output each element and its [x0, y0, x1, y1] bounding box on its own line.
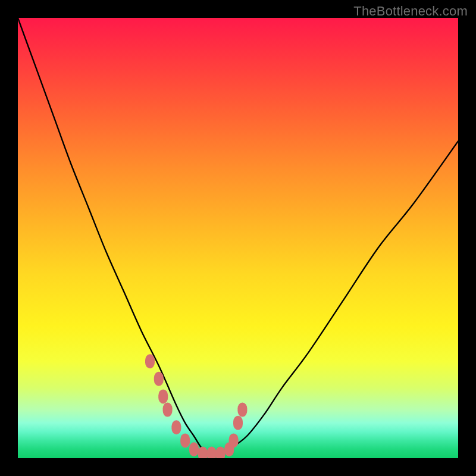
chart-gradient-background: [18, 18, 458, 458]
chart-stage: TheBottleneck.com: [0, 0, 476, 476]
watermark-text: TheBottleneck.com: [353, 4, 468, 19]
